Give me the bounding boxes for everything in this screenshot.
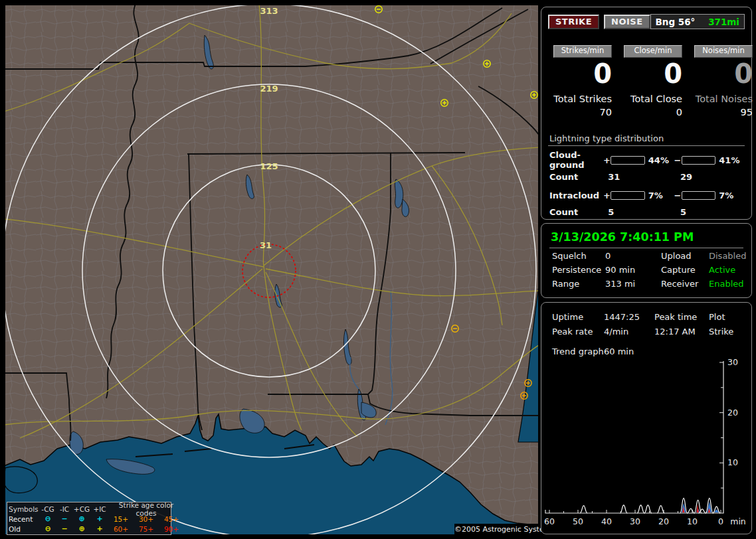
old-pos-cg-icon: ⊕	[72, 524, 91, 533]
receiver-value: Enabled	[709, 279, 744, 289]
counter-grid: Strikes/min Close/min Noises/min 0 0 0 T…	[548, 45, 745, 117]
capture-label: Capture	[661, 265, 709, 275]
strikes-per-min-button[interactable]: Strikes/min	[553, 45, 612, 58]
status-row: Squelch 0 Upload Disabled	[549, 249, 743, 262]
svg-text:min: min	[730, 516, 746, 526]
status-row: Persistence 90 min Capture Active	[549, 263, 743, 276]
svg-text:50: 50	[573, 516, 583, 526]
old-neg-ic-icon: −	[56, 524, 72, 533]
legend-header-neg-ic: -IC	[56, 505, 72, 513]
plus-sign: +	[603, 191, 611, 200]
app-window: 313 219 125 31 Symbols -CG -IC +CG +IC S…	[0, 0, 756, 539]
map-legend: Symbols -CG -IC +CG +IC Strike age color…	[7, 502, 171, 535]
stats-panel: Uptime 1447:25 Peak time Plot Peak rate …	[541, 302, 752, 534]
plus-sign: +	[603, 155, 611, 165]
legend-header-neg-cg: -CG	[39, 505, 56, 513]
trend-graph: 6050403020100min102030	[543, 356, 750, 532]
ring-label-125: 125	[260, 161, 278, 171]
svg-text:40: 40	[601, 516, 612, 526]
age-30: 30+	[134, 515, 159, 523]
stats-row: Uptime 1447:25 Peak time Plot	[549, 309, 743, 324]
trend-window-value: 60 min	[604, 346, 743, 356]
strike-toggle-button[interactable]: STRIKE	[548, 15, 599, 29]
stats-row: Peak rate 4/min 12:17 AM Strike	[549, 324, 743, 339]
cloud-ground-row: Cloud-ground + 44% − 41%	[548, 155, 745, 165]
count-label: Count	[548, 172, 600, 181]
range-value: 313 mi	[605, 279, 661, 289]
total-close-label: Total Close	[624, 94, 682, 104]
svg-text:20: 20	[658, 516, 669, 526]
svg-text:30: 30	[630, 516, 640, 526]
svg-text:10: 10	[687, 516, 698, 526]
trend-graph-label: Trend graph	[552, 346, 604, 356]
total-strikes-label: Total Strikes	[553, 94, 612, 104]
svg-text:20: 20	[727, 408, 738, 418]
cloud-ground-label: Cloud-ground	[548, 150, 603, 170]
noises-per-min-button[interactable]: Noises/min	[694, 45, 753, 58]
svg-text:10: 10	[727, 457, 738, 467]
close-per-min-button[interactable]: Close/min	[624, 45, 682, 58]
uptime-value: 1447:25	[604, 312, 654, 322]
uptime-label: Uptime	[552, 312, 604, 322]
cg-neg-bar	[682, 156, 716, 165]
noise-toggle-button[interactable]: NOISE	[604, 15, 650, 29]
ic-pos-bar	[611, 191, 645, 200]
recent-neg-ic-icon: −	[56, 514, 72, 523]
ic-pos-pct: 7%	[645, 191, 674, 200]
upload-value: Disabled	[709, 251, 746, 261]
capture-value: Active	[709, 265, 743, 275]
svg-text:30: 30	[727, 357, 738, 367]
receiver-label: Receiver	[661, 279, 709, 289]
upload-label: Upload	[661, 251, 709, 261]
range-label: Range	[552, 279, 605, 289]
ic-neg-bar	[682, 191, 716, 200]
ring-label-219: 219	[260, 84, 278, 94]
recent-neg-cg-icon: ⊖	[39, 514, 56, 523]
svg-text:0: 0	[718, 516, 723, 526]
datetime-display: 3/13/2026 7:40:11 PM	[549, 228, 743, 248]
ring-label-31: 31	[260, 240, 272, 250]
age-15: 15+	[108, 515, 134, 523]
cg-pos-count: 31	[600, 172, 672, 181]
total-strikes-value: 70	[553, 107, 612, 117]
persistence-value: 90 min	[605, 265, 661, 275]
intracloud-label: Intracloud	[548, 191, 603, 200]
cg-neg-count: 29	[672, 172, 745, 181]
ic-neg-pct: 7%	[715, 191, 745, 200]
svg-text:60: 60	[544, 516, 555, 526]
squelch-value: 0	[605, 251, 661, 261]
counters-panel: STRIKE NOISE Bng 56° 371mi Strikes/min C…	[541, 7, 752, 220]
status-panel: 3/13/2026 7:40:11 PM Squelch 0 Upload Di…	[541, 223, 752, 298]
ring-label-313: 313	[260, 6, 278, 16]
old-neg-cg-icon: ⊖	[39, 524, 56, 533]
count-label: Count	[548, 207, 600, 216]
total-noises-label: Total Noises	[694, 94, 753, 104]
peak-time-value: 12:17 AM	[654, 327, 709, 337]
total-noises-value: 95	[694, 107, 753, 117]
legend-header-pos-ic: +IC	[91, 505, 108, 513]
copyright-text: ©2005 Astrogenic Systems	[454, 524, 538, 536]
bearing-range: 371mi	[708, 17, 739, 27]
minus-sign: −	[674, 155, 682, 165]
old-pos-ic-icon: +	[91, 524, 108, 533]
strikes-rate-value: 0	[553, 58, 612, 90]
recent-pos-cg-icon: ⊕	[72, 514, 91, 523]
lightning-map[interactable]: 313 219 125 31	[5, 5, 538, 534]
cg-pos-bar	[611, 156, 645, 165]
age-45: 45+	[159, 515, 184, 523]
legend-header-symbols: Symbols	[9, 505, 39, 513]
legend-row-recent-label: Recent	[9, 515, 39, 523]
legend-header-pos-cg: +CG	[72, 505, 91, 513]
age-75: 75+	[134, 525, 159, 533]
recent-pos-ic-icon: +	[91, 514, 108, 523]
distribution-title: Lightning type distribution	[548, 133, 745, 146]
close-rate-value: 0	[624, 58, 682, 90]
minus-sign: −	[674, 191, 682, 200]
ic-neg-count: 5	[672, 207, 745, 216]
cg-neg-pct: 41%	[715, 155, 745, 165]
ic-pos-count: 5	[600, 207, 672, 216]
plot-value: Strike	[709, 327, 743, 337]
age-90: 90+	[159, 525, 184, 533]
intracloud-row: Intracloud + 7% − 7%	[548, 190, 745, 200]
cloud-ground-count-row: Count 31 29	[548, 172, 745, 181]
